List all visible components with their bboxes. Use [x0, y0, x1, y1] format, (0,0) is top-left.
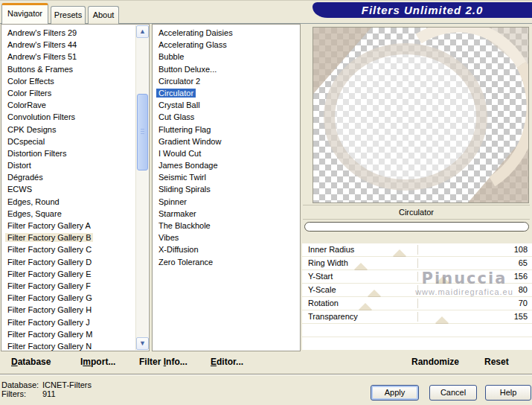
- list-item[interactable]: Filter Factory Gallery A: [1, 220, 149, 232]
- list-item[interactable]: Andrew's Filters 29: [1, 27, 149, 39]
- list-item[interactable]: Edges, Square: [1, 208, 149, 220]
- slider-handle-icon[interactable]: [368, 290, 381, 296]
- list-item[interactable]: Starmaker: [153, 208, 300, 220]
- randomize-button[interactable]: Randomize: [411, 357, 459, 367]
- list-item[interactable]: CPK Designs: [1, 124, 149, 135]
- slider-handle-icon[interactable]: [359, 303, 372, 310]
- list-item[interactable]: Gradient Window: [153, 135, 300, 147]
- list-item[interactable]: Seismic Twirl: [153, 171, 300, 183]
- category-list: Andrew's Filters 29Andrew's Filters 44An…: [1, 25, 149, 351]
- list-item[interactable]: Distort: [1, 159, 149, 171]
- list-item[interactable]: DCspecial: [1, 135, 149, 147]
- list-item[interactable]: Andrew's Filters 51: [1, 51, 149, 63]
- list-item[interactable]: Filter Factory Gallery E: [1, 268, 149, 280]
- help-button[interactable]: Help: [485, 385, 531, 401]
- slider-row[interactable]: Transparency155: [302, 310, 532, 323]
- slider-center-tick: [417, 272, 418, 281]
- slider-row-empty: [302, 337, 532, 350]
- slider-label: Inner Radius: [308, 245, 354, 254]
- editor-button[interactable]: Editor...: [211, 357, 243, 367]
- tab-navigator[interactable]: Navigator: [1, 3, 48, 24]
- filters-unlimited-dialog: Navigator Presets About Filters Unlimite…: [0, 0, 532, 405]
- status-database-label: Database:: [1, 380, 39, 389]
- list-item[interactable]: Accelerating Glass: [153, 39, 300, 51]
- list-item[interactable]: Filter Factory Gallery M: [1, 328, 149, 340]
- slider-value: 156: [514, 272, 528, 281]
- app-title: Filters Unlimited 2.0: [362, 4, 484, 16]
- list-item[interactable]: Button Deluxe...: [153, 63, 300, 75]
- slider-row[interactable]: Y-Start156: [302, 270, 532, 283]
- reset-button[interactable]: Reset: [484, 357, 509, 367]
- category-scrollbar[interactable]: ▲ ▼: [135, 25, 148, 350]
- list-item[interactable]: Filter Factory Gallery F: [1, 280, 149, 292]
- import-button[interactable]: Import...: [80, 357, 115, 367]
- slider-handle-icon[interactable]: [354, 263, 368, 270]
- divider: [0, 374, 532, 375]
- list-item[interactable]: Filter Factory Gallery B: [1, 232, 149, 243]
- list-item[interactable]: Circulator: [153, 87, 300, 99]
- list-item[interactable]: Edges, Round: [1, 196, 149, 208]
- list-item[interactable]: Color Effects: [1, 75, 149, 87]
- slider-handle-icon[interactable]: [435, 316, 449, 323]
- tab-navigator-label: Navigator: [7, 9, 42, 18]
- filter-listbox: Accelerating DaisiesAccelerating GlassBu…: [152, 24, 301, 351]
- list-item[interactable]: Bubble: [153, 51, 300, 63]
- selected-filter-caption: Circulator: [303, 205, 530, 220]
- list-item[interactable]: Filter Factory Gallery G: [1, 292, 149, 304]
- apply-button[interactable]: Apply: [371, 385, 419, 401]
- list-item[interactable]: Cut Glass: [153, 111, 300, 123]
- list-item[interactable]: X-Diffusion: [153, 243, 300, 255]
- list-item[interactable]: Fluttering Flag: [153, 124, 300, 135]
- slider-handle-icon[interactable]: [393, 249, 406, 256]
- scrollbar-thumb[interactable]: [137, 94, 148, 170]
- list-item[interactable]: Color Filters: [1, 87, 149, 99]
- database-button[interactable]: Database: [11, 357, 51, 367]
- list-item[interactable]: Filter Factory Gallery J: [1, 316, 149, 328]
- list-item[interactable]: I Would Cut: [153, 147, 300, 159]
- list-item[interactable]: Circulator 2: [153, 75, 300, 87]
- progress-bar: [304, 222, 529, 232]
- tab-presets-label: Presets: [54, 10, 82, 19]
- list-item[interactable]: ECWS: [1, 183, 149, 195]
- tab-about[interactable]: About: [88, 6, 119, 24]
- list-item[interactable]: Buttons & Frames: [1, 63, 149, 75]
- tab-presets[interactable]: Presets: [51, 6, 86, 24]
- list-item[interactable]: Distortion Filters: [1, 147, 149, 159]
- list-item[interactable]: The Blackhole: [153, 220, 300, 232]
- category-listbox: Andrew's Filters 29Andrew's Filters 44An…: [1, 24, 150, 351]
- cancel-button[interactable]: Cancel: [429, 385, 477, 401]
- list-item[interactable]: Filter Factory Gallery N: [1, 340, 149, 351]
- slider-row[interactable]: Y-Scale80: [302, 284, 532, 296]
- list-item[interactable]: Filter Factory Gallery D: [1, 256, 149, 268]
- list-item[interactable]: Andrew's Filters 44: [1, 39, 149, 51]
- list-item[interactable]: ColorRave: [1, 99, 149, 111]
- slider-label: Transparency: [308, 312, 358, 321]
- list-item[interactable]: Zero Tolerance: [153, 256, 300, 268]
- slider-row-empty: [302, 324, 532, 337]
- slider-value: 155: [514, 312, 528, 321]
- filter-info-button[interactable]: Filter Info...: [139, 357, 188, 367]
- list-item[interactable]: James Bondage: [153, 159, 300, 171]
- selected-filter-name: Circulator: [399, 208, 434, 217]
- list-item[interactable]: Filter Factory Gallery H: [1, 304, 149, 316]
- list-item[interactable]: Crystal Ball: [153, 99, 300, 111]
- list-item[interactable]: Spinner: [153, 196, 300, 208]
- preview-panel: Circulator Inner Radius108Ring Width65Y-…: [301, 24, 532, 351]
- filter-list: Accelerating DaisiesAccelerating GlassBu…: [153, 25, 300, 268]
- list-item[interactable]: Convolution Filters: [1, 111, 149, 123]
- list-item[interactable]: Accelerating Daisies: [153, 27, 300, 39]
- list-item[interactable]: Filter Factory Gallery C: [1, 243, 149, 255]
- slider-row[interactable]: Rotation70: [302, 297, 532, 310]
- slider-value: 80: [519, 285, 528, 294]
- slider-label: Ring Width: [308, 258, 348, 267]
- list-item[interactable]: Sliding Spirals: [153, 183, 300, 195]
- filter-preview-image: [313, 27, 529, 203]
- slider-row[interactable]: Ring Width65: [302, 257, 532, 270]
- slider-handle-icon[interactable]: [436, 276, 449, 283]
- parameter-sliders: Inner Radius108Ring Width65Y-Start156Y-S…: [302, 243, 532, 351]
- list-item[interactable]: Vibes: [153, 232, 300, 243]
- slider-row[interactable]: Inner Radius108: [302, 243, 532, 256]
- scroll-down-icon[interactable]: ▼: [136, 337, 149, 350]
- list-item[interactable]: Dégradés: [1, 171, 149, 183]
- scroll-up-icon[interactable]: ▲: [136, 25, 149, 38]
